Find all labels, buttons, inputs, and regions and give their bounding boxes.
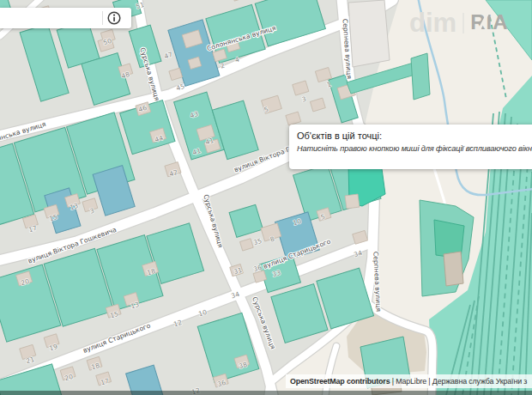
attribution-osm-link[interactable]: OpenStreetMap contributors [290,377,390,386]
map-canvas[interactable]: Солонянська вулицяСолонянська вулицявули… [0,0,532,395]
attribution-gov-link[interactable]: Державна служба України з [432,377,527,386]
tooltip-title: Об'єктів в цій точці: [297,131,532,141]
bottom-edge-shade [0,391,532,395]
attribution-maplibre-link[interactable]: MapLibre [396,377,426,386]
info-button[interactable] [107,11,121,25]
map-search-box[interactable] [0,8,131,28]
attribution-bar: OpenStreetMap contributors | MapLibre | … [286,374,532,388]
map-tooltip: Об'єктів в цій точці: Натисніть правою к… [289,125,532,169]
search-divider [102,11,103,25]
tooltip-hint: Натисніть правою кнопкою миші для фіксац… [297,144,532,153]
info-icon [107,11,121,25]
map-stage: Солонянська вулицяСолонянська вулицявули… [0,0,532,395]
